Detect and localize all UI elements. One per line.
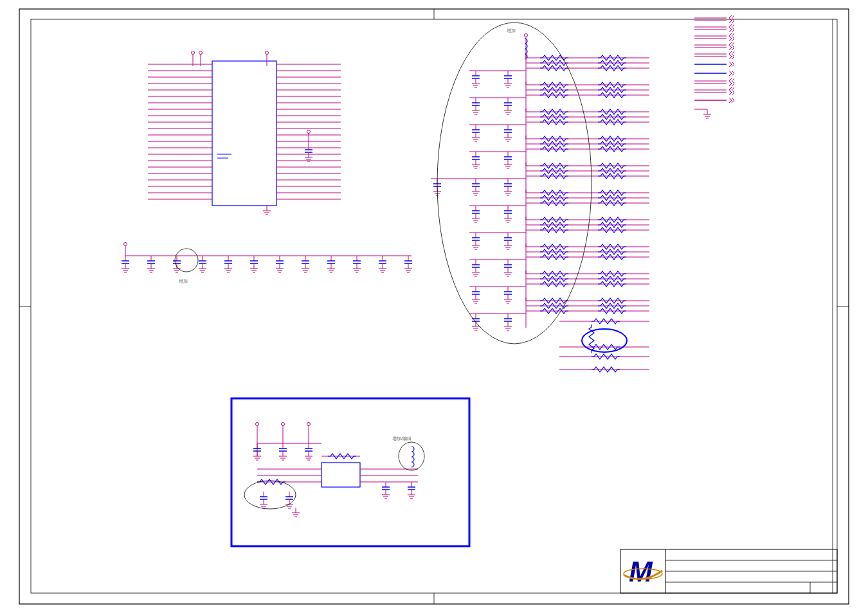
regulator-circuit: 增加/编辑 — [244, 423, 424, 517]
svg-point-140 — [244, 481, 296, 509]
schematic-canvas: 增加 增加 — [0, 0, 868, 613]
frame-inner — [31, 19, 837, 593]
frame-outer — [19, 9, 849, 604]
resistor-network — [431, 34, 649, 331]
logo-m: M — [629, 556, 653, 587]
cap-added-label: 增加 — [178, 279, 188, 283]
resistor-extra — [559, 319, 649, 372]
decap-row — [122, 243, 412, 273]
svg-rect-132 — [321, 463, 360, 487]
rnet-label: 增加 — [506, 28, 516, 33]
svg-point-127 — [582, 329, 627, 352]
title-block: M — [620, 549, 837, 593]
regulator-box — [231, 398, 469, 546]
ic-block — [148, 51, 341, 215]
cap-added-marker — [175, 249, 198, 272]
svg-rect-18 — [212, 61, 276, 206]
legend — [694, 15, 734, 118]
reg-annotation: 增加/编辑 — [392, 436, 411, 441]
